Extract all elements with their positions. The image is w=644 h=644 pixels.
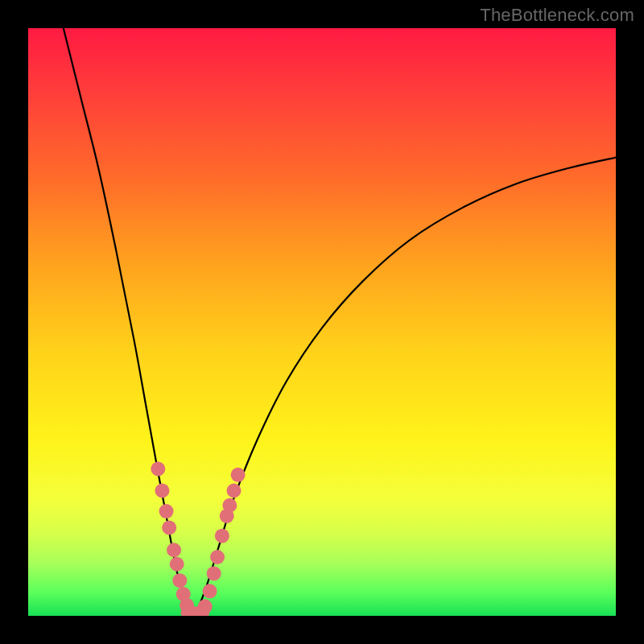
chart-point [210, 550, 225, 564]
watermark-label: TheBottleneck.com [480, 5, 634, 26]
chart-point [162, 521, 176, 535]
chart-point [170, 557, 184, 572]
chart-point [222, 498, 237, 513]
chart-point [227, 484, 242, 498]
chart-point [151, 462, 165, 477]
chart-point [215, 529, 229, 543]
chart-point [155, 484, 169, 498]
chart-point [167, 543, 181, 557]
chart-point [159, 504, 174, 518]
chart-svg [28, 28, 616, 616]
chart-point [231, 468, 246, 482]
points-layer [151, 462, 245, 617]
chart-point [172, 573, 187, 588]
chart-curve [192, 158, 616, 616]
chart-stage: TheBottleneck.com [0, 0, 644, 644]
chart-point [207, 566, 221, 580]
chart-point [203, 584, 217, 598]
curve-layer [64, 28, 616, 616]
plot-area [28, 28, 616, 616]
chart-point [198, 599, 213, 613]
